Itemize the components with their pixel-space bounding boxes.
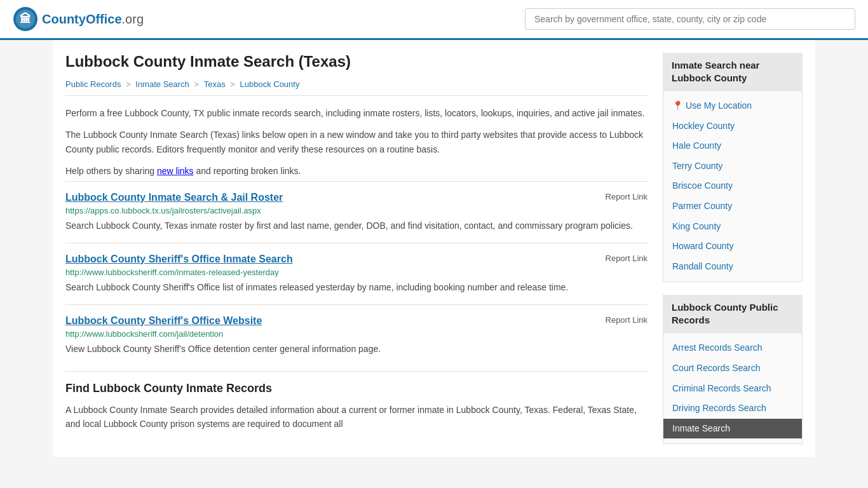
- result-item-2: Lubbock County Sheriff's Office Inmate S…: [65, 243, 648, 304]
- breadcrumb-sep2: >: [194, 79, 201, 89]
- find-section-title: Find Lubbock County Inmate Records: [65, 382, 648, 395]
- hockley-county-link[interactable]: Hockley County: [663, 116, 802, 137]
- terry-county-link[interactable]: Terry County: [663, 156, 802, 177]
- sidebar-item-inmate-search: Inmate Search: [663, 419, 802, 439]
- svg-text:🏛: 🏛: [20, 12, 31, 25]
- logo-icon: 🏛: [13, 6, 38, 32]
- intro-paragraph-3: Help others by sharing new links and rep…: [65, 164, 648, 178]
- report-link-1[interactable]: Report Link: [606, 192, 648, 201]
- sidebar-item-driving-records: Driving Records Search: [663, 398, 802, 419]
- breadcrumb-public-records[interactable]: Public Records: [65, 79, 121, 89]
- use-my-location-link[interactable]: 📍 Use My Location: [663, 96, 802, 116]
- parmer-county-link[interactable]: Parmer County: [663, 196, 802, 217]
- logo-text: CountyOffice.org: [42, 12, 144, 27]
- find-section-desc: A Lubbock County Inmate Search provides …: [65, 403, 648, 431]
- howard-county-link[interactable]: Howard County: [663, 236, 802, 257]
- intro-3-suffix: and reporting broken links.: [194, 166, 301, 176]
- sidebar-item-terry: Terry County: [663, 156, 802, 177]
- intro-paragraph-1: Perform a free Lubbock County, TX public…: [65, 106, 648, 120]
- breadcrumb-lubbock-county[interactable]: Lubbock County: [240, 79, 299, 89]
- search-input[interactable]: [525, 8, 855, 30]
- sidebar-item-parmer: Parmer County: [663, 196, 802, 217]
- sidebar: Inmate Search near Lubbock County 📍 Use …: [663, 53, 803, 444]
- result-desc-3: View Lubbock County Sheriff's Office det…: [65, 342, 648, 356]
- breadcrumb-texas[interactable]: Texas: [204, 79, 226, 89]
- sidebar-public-records-header: Lubbock County Public Records: [663, 295, 803, 332]
- randall-county-link[interactable]: Randall County: [663, 257, 802, 277]
- page-title: Lubbock County Inmate Search (Texas): [65, 53, 648, 71]
- inmate-search-link[interactable]: Inmate Search: [663, 419, 802, 439]
- result-title-3[interactable]: Lubbock County Sheriff's Office Website: [65, 315, 262, 327]
- breadcrumb-inmate-search[interactable]: Inmate Search: [135, 79, 189, 89]
- result-desc-1: Search Lubbock County, Texas inmate rost…: [65, 219, 648, 233]
- driving-records-link[interactable]: Driving Records Search: [663, 398, 802, 419]
- breadcrumb-sep1: >: [126, 79, 133, 89]
- intro-paragraph-2: The Lubbock County Inmate Search (Texas)…: [65, 128, 648, 156]
- sidebar-item-hockley: Hockley County: [663, 116, 802, 137]
- sidebar-item-court-records: Court Records Search: [663, 358, 802, 379]
- sidebar-nearby-header: Inmate Search near Lubbock County: [663, 53, 803, 90]
- sidebar-nearby-list: 📍 Use My Location Hockley County Hale Co…: [663, 90, 803, 282]
- sidebar-item-arrest-records: Arrest Records Search: [663, 338, 802, 358]
- result-desc-2: Search Lubbock County Sheriff's Office l…: [65, 281, 648, 294]
- location-icon: 📍: [672, 100, 686, 111]
- hale-county-link[interactable]: Hale County: [663, 136, 802, 156]
- sidebar-item-randall: Randall County: [663, 257, 802, 277]
- briscoe-county-link[interactable]: Briscoe County: [663, 176, 802, 196]
- sidebar-item-hale: Hale County: [663, 136, 802, 156]
- result-item-1: Lubbock County Inmate Search & Jail Rost…: [65, 181, 648, 243]
- result-url-3: http://www.lubbocksheriff.com/jail/deten…: [65, 329, 648, 339]
- sidebar-public-records-section: Lubbock County Public Records Arrest Rec…: [663, 295, 803, 444]
- content-area: Lubbock County Inmate Search (Texas) Pub…: [65, 53, 648, 444]
- sidebar-public-records-list: Arrest Records Search Court Records Sear…: [663, 332, 803, 444]
- breadcrumb: Public Records > Inmate Search > Texas >…: [65, 79, 648, 96]
- result-header-1: Lubbock County Inmate Search & Jail Rost…: [65, 192, 648, 203]
- intro-3-prefix: Help others by sharing: [65, 166, 157, 176]
- sidebar-item-use-my-location: 📍 Use My Location: [663, 96, 802, 116]
- result-title-2[interactable]: Lubbock County Sheriff's Office Inmate S…: [65, 254, 293, 265]
- court-records-link[interactable]: Court Records Search: [663, 358, 802, 379]
- main-container: Lubbock County Inmate Search (Texas) Pub…: [53, 40, 815, 457]
- arrest-records-link[interactable]: Arrest Records Search: [663, 338, 802, 358]
- criminal-records-link[interactable]: Criminal Records Search: [663, 379, 802, 399]
- result-url-1: https://apps.co.lubbock.tx.us/jailroster…: [65, 206, 648, 215]
- sidebar-item-king: King County: [663, 217, 802, 237]
- result-url-2: http://www.lubbocksheriff.com/inmates-re…: [65, 268, 648, 277]
- result-header-3: Lubbock County Sheriff's Office Website …: [65, 315, 648, 327]
- sidebar-item-howard: Howard County: [663, 236, 802, 257]
- breadcrumb-sep3: >: [230, 79, 237, 89]
- sidebar-nearby-section: Inmate Search near Lubbock County 📍 Use …: [663, 53, 803, 282]
- report-link-3[interactable]: Report Link: [606, 315, 648, 325]
- king-county-link[interactable]: King County: [663, 217, 802, 237]
- result-item-3: Lubbock County Sheriff's Office Website …: [65, 304, 648, 366]
- result-header-2: Lubbock County Sheriff's Office Inmate S…: [65, 254, 648, 265]
- logo-area: 🏛 CountyOffice.org: [13, 6, 144, 32]
- sidebar-item-criminal-records: Criminal Records Search: [663, 379, 802, 399]
- new-links-link[interactable]: new links: [157, 166, 194, 176]
- result-title-1[interactable]: Lubbock County Inmate Search & Jail Rost…: [65, 192, 283, 203]
- header: 🏛 CountyOffice.org: [0, 0, 868, 40]
- find-section: Find Lubbock County Inmate Records A Lub…: [65, 371, 648, 431]
- sidebar-item-briscoe: Briscoe County: [663, 176, 802, 196]
- report-link-2[interactable]: Report Link: [606, 254, 648, 263]
